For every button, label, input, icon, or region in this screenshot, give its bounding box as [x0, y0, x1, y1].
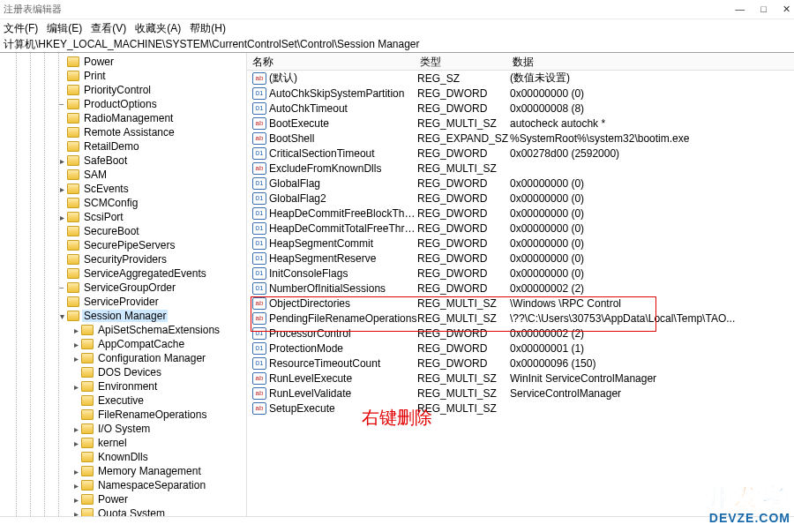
tree-item[interactable]: ▾Session Manager	[0, 309, 246, 323]
tree-item[interactable]: −ServiceGroupOrder	[0, 281, 246, 295]
tree-item[interactable]: SAM	[0, 168, 246, 182]
tree-item[interactable]: Remote Assistance	[0, 125, 246, 139]
tree-item[interactable]: −ProductOptions	[0, 97, 246, 111]
tree-item[interactable]: ▸SafeBoot	[0, 154, 246, 168]
list-row[interactable]: 01HeapDeCommitFreeBlockThre...REG_DWORD0…	[247, 206, 794, 221]
tree-item[interactable]: ServiceAggregatedEvents	[0, 266, 246, 281]
tree-item-label: SecurePipeServers	[82, 239, 176, 251]
tree-item[interactable]: Print	[0, 69, 246, 83]
expand-icon[interactable]: ▸	[56, 213, 67, 222]
list-row[interactable]: 01HeapDeCommitTotalFreeThre...REG_DWORD0…	[247, 221, 794, 236]
tree-item[interactable]: ▸AppCompatCache	[0, 337, 246, 351]
tree-item[interactable]: ServiceProvider	[0, 295, 246, 309]
list-row[interactable]: 01NumberOfInitialSessionsREG_DWORD0x0000…	[247, 281, 794, 296]
expand-icon[interactable]: ▸	[71, 354, 81, 363]
tree-item[interactable]: Power	[0, 55, 246, 69]
value-type: REG_MULTI_SZ	[417, 372, 510, 385]
tree-item[interactable]: ▸Configuration Manager	[0, 351, 246, 365]
col-data[interactable]: 数据	[507, 53, 794, 70]
minimize-button[interactable]: —	[735, 4, 745, 15]
menu-file[interactable]: 文件(F)	[4, 21, 38, 36]
tree-item[interactable]: SCMConfig	[0, 196, 246, 210]
expand-icon[interactable]: ▸	[71, 495, 81, 505]
tree-item[interactable]: PriorityControl	[0, 83, 246, 97]
list-row[interactable]: abExcludeFromKnownDllsREG_MULTI_SZ	[247, 161, 794, 176]
list-view[interactable]: 名称 类型 数据 ab(默认)REG_SZ(数值未设置)01AutoChkSki…	[247, 53, 794, 516]
expand-icon[interactable]: ▸	[71, 326, 81, 335]
list-row[interactable]: 01ProtectionModeREG_DWORD0x00000001 (1)	[247, 341, 794, 356]
tree-item[interactable]: ▸NamespaceSeparation	[0, 478, 246, 492]
value-name: HeapDeCommitTotalFreeThre...	[269, 222, 417, 235]
list-row[interactable]: 01GlobalFlag2REG_DWORD0x00000000 (0)	[247, 191, 794, 206]
tree-item[interactable]: ▸ScEvents	[0, 182, 246, 196]
list-row[interactable]: 01HeapSegmentCommitREG_DWORD0x00000000 (…	[247, 236, 794, 251]
tree-item-label: Remote Assistance	[82, 126, 176, 139]
list-row[interactable]: abBootShellREG_EXPAND_SZ%SystemRoot%\sys…	[247, 131, 794, 146]
expand-icon[interactable]: ▸	[56, 184, 67, 194]
expand-icon[interactable]: ▸	[71, 424, 81, 434]
value-type: REG_MULTI_SZ	[417, 312, 510, 325]
folder-icon	[81, 466, 94, 476]
expand-icon[interactable]: ▾	[56, 311, 67, 321]
address-bar[interactable]: 计算机\HKEY_LOCAL_MACHINE\SYSTEM\CurrentCon…	[0, 37, 794, 53]
value-type: REG_DWORD	[417, 342, 510, 355]
tree-item[interactable]: FileRenameOperations	[0, 408, 246, 422]
menu-help[interactable]: 帮助(H)	[190, 21, 226, 36]
list-row[interactable]: 01ProcessorControlREG_DWORD0x00000002 (2…	[247, 326, 794, 341]
list-row[interactable]: 01ResourceTimeoutCountREG_DWORD0x0000009…	[247, 356, 794, 371]
expand-icon[interactable]: ▸	[56, 156, 67, 166]
close-button[interactable]: ✕	[783, 4, 790, 15]
list-row[interactable]: abBootExecuteREG_MULTI_SZautocheck autoc…	[247, 116, 794, 131]
value-data: %SystemRoot%\system32\bootim.exe	[510, 132, 794, 145]
menu-edit[interactable]: 编辑(E)	[47, 21, 82, 36]
expand-icon[interactable]: −	[56, 100, 67, 109]
list-row[interactable]: 01InitConsoleFlagsREG_DWORD0x00000000 (0…	[247, 266, 794, 281]
tree-item[interactable]: Executive	[0, 393, 246, 408]
tree-item[interactable]: RadioManagement	[0, 111, 246, 125]
tree-item[interactable]: ▸ApiSetSchemaExtensions	[0, 323, 246, 337]
expand-icon[interactable]: ▸	[71, 481, 81, 491]
tree-item[interactable]: ▸I/O System	[0, 422, 246, 436]
list-row[interactable]: 01GlobalFlagREG_DWORD0x00000000 (0)	[247, 176, 794, 191]
tree-item[interactable]: SecurePipeServers	[0, 238, 246, 252]
menu-favorites[interactable]: 收藏夹(A)	[135, 21, 181, 36]
col-name[interactable]: 名称	[247, 53, 415, 70]
binary-icon: 01	[252, 207, 266, 220]
tree-item[interactable]: ▸Memory Management	[0, 464, 246, 478]
list-row[interactable]: abPendingFileRenameOperationsREG_MULTI_S…	[247, 311, 794, 326]
expand-icon[interactable]: ▸	[71, 467, 81, 476]
tree-item[interactable]: SecurityProviders	[0, 252, 246, 266]
value-data: 0x00000000 (0)	[510, 267, 794, 280]
list-row[interactable]: ab(默认)REG_SZ(数值未设置)	[247, 71, 794, 86]
col-type[interactable]: 类型	[415, 53, 507, 70]
folder-icon	[67, 184, 79, 194]
tree-item[interactable]: RetailDemo	[0, 139, 246, 154]
tree-item[interactable]: SecureBoot	[0, 224, 246, 238]
list-row[interactable]: 01AutoChkTimeoutREG_DWORD0x00000008 (8)	[247, 101, 794, 116]
list-row[interactable]: 01HeapSegmentReserveREG_DWORD0x00000000 …	[247, 251, 794, 266]
list-row[interactable]: abRunLevelValidateREG_MULTI_SZServiceCon…	[247, 386, 794, 401]
tree-item[interactable]: DOS Devices	[0, 365, 246, 379]
maximize-button[interactable]: □	[760, 4, 767, 15]
tree-view[interactable]: PowerPrintPriorityControl−ProductOptions…	[0, 53, 247, 516]
list-row[interactable]: abSetupExecuteREG_MULTI_SZ	[247, 401, 794, 416]
list-row[interactable]: 01CriticalSectionTimeoutREG_DWORD0x00278…	[247, 146, 794, 161]
tree-item[interactable]: ▸Power	[0, 492, 246, 506]
tree-item[interactable]: ▸Environment	[0, 379, 246, 393]
value-data: ServiceControlManager	[510, 387, 794, 400]
list-row[interactable]: abObjectDirectoriesREG_MULTI_SZ\Windows …	[247, 296, 794, 311]
menu-view[interactable]: 查看(V)	[91, 21, 126, 36]
list-row[interactable]: abRunLevelExecuteREG_MULTI_SZWinInit Ser…	[247, 371, 794, 386]
tree-item[interactable]: KnownDlls	[0, 450, 246, 464]
tree-item-label: SCMConfig	[82, 197, 139, 209]
expand-icon[interactable]: ▸	[71, 509, 81, 517]
binary-icon: 01	[252, 267, 266, 280]
tree-item[interactable]: ▸kernel	[0, 436, 246, 450]
tree-item[interactable]: ▸Quota System	[0, 506, 246, 516]
list-row[interactable]: 01AutoChkSkipSystemPartitionREG_DWORD0x0…	[247, 86, 794, 101]
expand-icon[interactable]: −	[56, 283, 67, 293]
expand-icon[interactable]: ▸	[71, 438, 81, 448]
expand-icon[interactable]: ▸	[71, 382, 81, 392]
expand-icon[interactable]: ▸	[71, 340, 81, 349]
tree-item[interactable]: ▸ScsiPort	[0, 210, 246, 224]
